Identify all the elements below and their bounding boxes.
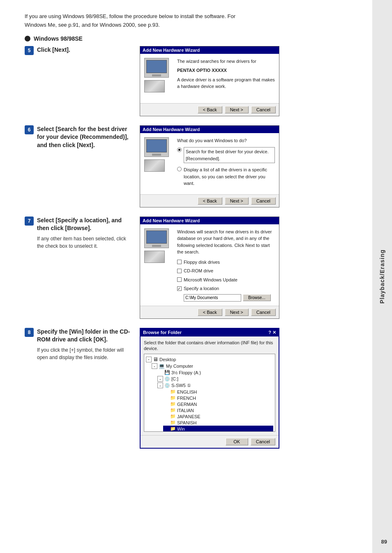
folder-german-icon: 📁 xyxy=(170,401,176,407)
wizard-icon-area-6 xyxy=(144,137,173,190)
browse-description: Select the folder that contains driver i… xyxy=(144,340,275,352)
bullet-icon xyxy=(25,36,30,41)
location-input[interactable] xyxy=(184,294,241,302)
tree-item-mycomputer[interactable]: - 💻 My Computer xyxy=(152,363,273,369)
checkbox-windows-update[interactable] xyxy=(177,277,182,282)
checkbox-cdrom[interactable] xyxy=(177,269,182,273)
step-7-row: 7 Select [Specify a location], and then … xyxy=(25,217,356,319)
floppy-icon: 💾 xyxy=(164,370,170,375)
wizard-body-6: What do you want Windows to do? Search f… xyxy=(140,133,279,194)
next-button-6[interactable]: Next > xyxy=(225,197,249,205)
wizard-dialog-5: Add New Hardware Wizard The wizard searc xyxy=(140,46,279,116)
cancel-button-7[interactable]: Cancel xyxy=(251,309,276,316)
back-button-5[interactable]: < Back xyxy=(198,106,222,113)
step-8-instruction: Specify the [Win] folder in the CD-ROM d… xyxy=(37,328,133,344)
step-7-detail: If any other item has been selected, cli… xyxy=(37,235,133,250)
checkbox-7-0[interactable]: Floppy disk drives xyxy=(177,259,275,266)
checkbox-7-1[interactable]: CD-ROM drive xyxy=(177,267,275,274)
drive-c-icon: 💿 xyxy=(164,376,170,382)
wizard-icon-area-7 xyxy=(144,228,173,302)
wizard-text-area-5: The wizard searches for new drivers for … xyxy=(177,58,275,99)
radio-circle-6-0[interactable] xyxy=(177,147,182,152)
page-number: 89 xyxy=(381,539,387,545)
checkbox-label-floppy: Floppy disk drives xyxy=(184,259,220,266)
tree-label-c: [C:] xyxy=(171,376,178,381)
back-button-7[interactable]: < Back xyxy=(198,309,222,316)
main-content: If you are using Windows 98/98SE, follow… xyxy=(0,0,372,553)
tree-label-german: GERMAN xyxy=(177,402,197,407)
computer-icon-6 xyxy=(144,137,169,157)
browse-title: Browse for Folder xyxy=(143,330,182,335)
tree-item-spanish[interactable]: 📁 SPANISH xyxy=(163,419,273,426)
wizard-footer-5: < Back Next > Cancel xyxy=(140,103,279,116)
next-button-7[interactable]: Next > xyxy=(225,309,249,316)
step-5-instruction: Click [Next]. xyxy=(37,46,70,54)
tree-label-ssw5: S-SW5 ① xyxy=(171,383,191,388)
browse-body: Select the folder that contains driver i… xyxy=(141,336,279,435)
radio-circle-6-1[interactable] xyxy=(177,167,182,171)
step-5-header: 5 Click [Next]. xyxy=(25,46,133,55)
wizard-icon-area-5 xyxy=(144,58,173,99)
step-7-left: 7 Select [Specify a location], and then … xyxy=(25,217,140,250)
tree-item-japanese[interactable]: 📁 JAPANESE xyxy=(163,413,273,419)
step-6-instruction: Select [Search for the best driver for y… xyxy=(37,125,133,150)
radio-label-6-0: Search for the best driver for your devi… xyxy=(184,147,275,163)
step-8-header: 8 Specify the [Win] folder in the CD-ROM… xyxy=(25,328,133,344)
folder-english-icon: 📁 xyxy=(170,389,176,394)
screen-icon-5 xyxy=(146,60,167,73)
browse-button-7[interactable]: Browse... xyxy=(243,294,271,301)
tree-item-english[interactable]: 📁 ENGLISH xyxy=(163,389,273,395)
expand-ssw5[interactable]: - xyxy=(157,382,163,388)
cancel-button-browse[interactable]: Cancel xyxy=(251,438,275,445)
cancel-button-6[interactable]: Cancel xyxy=(251,197,276,205)
tree-label-mycomputer: My Computer xyxy=(166,364,193,369)
radio-option-6-0[interactable]: Search for the best driver for your devi… xyxy=(177,147,275,163)
expand-desktop[interactable]: - xyxy=(146,357,152,362)
step-6-left: 6 Select [Search for the best driver for… xyxy=(25,125,140,152)
location-input-row: Browse... xyxy=(184,294,275,302)
back-button-6[interactable]: < Back xyxy=(198,197,222,205)
tree-item-floppy[interactable]: 💾 3½ Floppy (A:) xyxy=(157,369,273,376)
step-5-badge: 5 xyxy=(25,46,34,55)
step-8-badge: 8 xyxy=(25,328,34,337)
folder-tree[interactable]: - 🖥 Desktop - 💻 My Computer xyxy=(144,354,275,432)
checkbox-floppy[interactable] xyxy=(177,260,182,264)
step-8-left: 8 Specify the [Win] folder in the CD-ROM… xyxy=(25,328,140,361)
stack-icon-5 xyxy=(144,80,165,92)
tree-item-desktop[interactable]: - 🖥 Desktop xyxy=(146,356,273,363)
step-7-header: 7 Select [Specify a location], and then … xyxy=(25,217,133,233)
wizard-body-7: Windows will search for new drivers in i… xyxy=(140,224,279,306)
step-6-row: 6 Select [Search for the best driver for… xyxy=(25,125,356,207)
sidebar-right: Playback/Erasing 89 xyxy=(372,0,392,553)
wizard-line-5-0: The wizard searches for new drivers for xyxy=(177,58,275,65)
step-6-badge: 6 xyxy=(25,125,34,134)
expand-c[interactable]: - xyxy=(157,376,163,382)
tree-label-desktop: Desktop xyxy=(159,357,176,362)
tree-item-win[interactable]: 📁 Win xyxy=(163,426,273,432)
intro-text: If you are using Windows 98/98SE, follow… xyxy=(25,12,238,30)
tree-label-floppy: 3½ Floppy (A:) xyxy=(171,370,201,375)
wizard-title-7: Add New Hardware Wizard xyxy=(143,218,200,223)
wizard-titlebar-5: Add New Hardware Wizard xyxy=(140,46,279,54)
cancel-button-5[interactable]: Cancel xyxy=(251,106,276,113)
checkbox-7-3[interactable]: Specify a location xyxy=(177,285,275,292)
expand-mycomputer[interactable]: - xyxy=(152,363,157,369)
checkbox-7-2[interactable]: Microsoft Windows Update xyxy=(177,276,275,283)
ok-button[interactable]: OK xyxy=(226,438,248,445)
tree-item-ssw5[interactable]: - 💿 S-SW5 ① xyxy=(157,382,273,389)
tree-item-french[interactable]: 📁 FRENCH xyxy=(163,395,273,401)
radio-option-6-1[interactable]: Display a list of all the drivers in a s… xyxy=(177,166,275,187)
tree-item-italian[interactable]: 📁 ITALIAN xyxy=(163,407,273,413)
tree-item-c[interactable]: - 💿 [C:] xyxy=(157,376,273,382)
computer-icon-5 xyxy=(144,58,169,78)
tree-item-german[interactable]: 📁 GERMAN xyxy=(163,401,273,407)
screen-icon-7 xyxy=(146,230,167,244)
folder-spanish-icon: 📁 xyxy=(170,420,176,425)
next-button-5[interactable]: Next > xyxy=(225,106,249,113)
tree-label-spanish: SPANISH xyxy=(177,420,196,425)
wizard-line-5-1: PENTAX OPTIO XXXXX xyxy=(177,67,275,74)
wizard-body-5: The wizard searches for new drivers for … xyxy=(140,54,279,103)
drive-ssw5-icon: 💿 xyxy=(164,383,170,388)
checkbox-specify-location[interactable] xyxy=(177,286,182,291)
wizard-dialog-6: Add New Hardware Wizard What do you want xyxy=(140,125,279,207)
